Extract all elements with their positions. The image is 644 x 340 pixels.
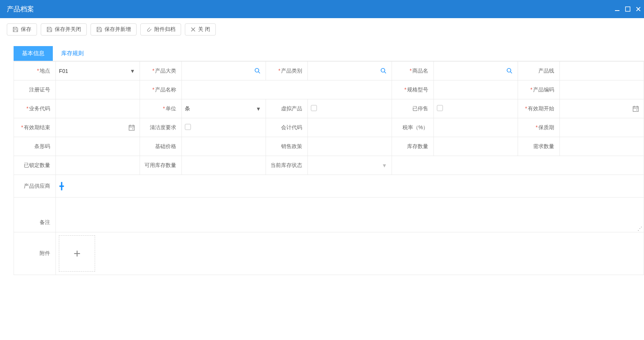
x-icon	[191, 27, 196, 32]
stock-status-select[interactable]: ▼	[311, 159, 389, 172]
valid-end-input[interactable]	[59, 122, 127, 134]
type-lookup[interactable]	[311, 65, 389, 77]
label-stopped: 已停售	[392, 99, 433, 118]
type-input[interactable]	[311, 65, 379, 77]
label-virtual: 虚拟产品	[266, 99, 307, 118]
product-line-input[interactable]	[563, 65, 641, 77]
close-icon[interactable]	[636, 6, 641, 12]
valid-start-picker[interactable]	[563, 103, 641, 115]
tab-basic[interactable]: 基本信息	[14, 46, 53, 61]
label-supplier: 产品供应商	[14, 175, 56, 198]
label-remark: 备注	[14, 198, 56, 232]
svg-point-2	[255, 68, 259, 72]
label-reg-no: 注册证号	[14, 80, 56, 99]
label-shelf: *保质期	[518, 118, 559, 137]
window-controls	[615, 6, 641, 12]
product-name-input[interactable]	[437, 65, 505, 77]
save-new-button[interactable]: 保存并新增	[91, 23, 137, 36]
svg-rect-0	[615, 10, 619, 11]
close-button[interactable]: 关 闭	[185, 23, 216, 36]
label-product-name: *商品名	[392, 62, 433, 80]
svg-rect-1	[626, 7, 630, 11]
clean-checkbox[interactable]	[185, 124, 191, 130]
remark-input[interactable]	[59, 201, 641, 231]
label-sale-policy: 销售政策	[266, 137, 307, 156]
chevron-down-icon[interactable]: ▼	[254, 106, 263, 112]
svg-point-4	[507, 68, 511, 72]
minimize-icon[interactable]	[615, 6, 620, 12]
label-unit: *单位	[140, 99, 181, 118]
save-button[interactable]: 保存	[7, 23, 37, 36]
valid-end-picker[interactable]	[59, 122, 137, 134]
toolbar: 保存 保存并关闭 保存并新增 附件归档 关 闭	[0, 18, 644, 39]
label-biz-code: *业务代码	[14, 99, 56, 118]
spec-input[interactable]	[437, 84, 515, 96]
sale-policy-input[interactable]	[311, 141, 389, 153]
search-icon[interactable]	[253, 68, 263, 74]
search-icon[interactable]	[379, 68, 389, 74]
save-icon	[12, 26, 18, 32]
search-icon[interactable]	[505, 68, 515, 74]
label-name: *产品名称	[140, 80, 181, 99]
svg-point-3	[381, 68, 385, 72]
label-valid-start: *有效期开始	[518, 99, 559, 118]
label-demand-qty: 需求数量	[518, 137, 559, 156]
label-stock-qty: 库存数量	[392, 137, 433, 156]
chevron-down-icon[interactable]: ▼	[380, 162, 389, 168]
label-base-price: 基础价格	[140, 137, 181, 156]
label-acc-code: 会计代码	[266, 118, 307, 137]
calendar-icon[interactable]	[631, 105, 641, 112]
title-bar: 产品档案	[0, 0, 644, 18]
demand-qty-input[interactable]	[563, 141, 641, 153]
paperclip-icon	[146, 26, 152, 32]
label-tax: 税率（%）	[392, 118, 433, 137]
label-clean: 清洁度要求	[140, 118, 181, 137]
tab-stock[interactable]: 库存规则	[53, 46, 92, 61]
save-close-button[interactable]: 保存并关闭	[41, 23, 87, 36]
label-attachment: 附件	[14, 232, 56, 275]
calendar-icon[interactable]	[127, 124, 137, 131]
attach-button[interactable]: 附件归档	[140, 23, 181, 36]
shelf-input[interactable]	[563, 122, 641, 134]
label-locked-qty: 已锁定数量	[14, 156, 56, 175]
barcode-input[interactable]	[59, 141, 137, 153]
virtual-checkbox[interactable]	[311, 105, 317, 111]
label-valid-end: *有效期结束	[14, 118, 56, 137]
stock-status-input[interactable]	[311, 159, 380, 172]
tabs: 基本信息 库存规则	[14, 46, 644, 61]
label-type: *产品类别	[266, 62, 307, 80]
label-spec: *规格型号	[392, 80, 433, 99]
svg-rect-5	[633, 107, 638, 111]
add-attachment-button[interactable]: +	[59, 235, 95, 272]
category-lookup[interactable]	[185, 65, 263, 77]
unit-input[interactable]	[185, 103, 254, 115]
save-icon	[46, 26, 52, 32]
base-price-input[interactable]	[185, 141, 263, 153]
site-select[interactable]: ▼	[59, 65, 137, 77]
reg-no-input[interactable]	[59, 84, 137, 96]
category-input[interactable]	[185, 65, 253, 77]
label-category: *产品大类	[140, 62, 181, 80]
chevron-down-icon[interactable]: ▼	[128, 68, 137, 74]
stopped-checkbox[interactable]	[437, 105, 443, 111]
name-input[interactable]	[185, 84, 389, 96]
locked-qty-input[interactable]	[59, 159, 137, 172]
code-input[interactable]	[563, 84, 641, 96]
label-stock-status: 当前库存状态	[266, 156, 307, 175]
label-code: *产品编码	[518, 80, 559, 99]
maximize-icon[interactable]	[625, 6, 630, 12]
biz-code-input[interactable]	[59, 103, 137, 115]
window-title: 产品档案	[7, 5, 34, 14]
form-grid: *地点 ▼ *产品大类 *产品类别	[14, 61, 644, 275]
stock-qty-input[interactable]	[437, 141, 515, 153]
avail-qty-input[interactable]	[185, 159, 263, 172]
tax-input[interactable]	[437, 122, 515, 134]
svg-point-6	[636, 109, 637, 110]
product-name-lookup[interactable]	[437, 65, 515, 77]
save-icon	[96, 26, 102, 32]
site-input[interactable]	[59, 65, 128, 77]
valid-start-input[interactable]	[563, 103, 631, 115]
unit-select[interactable]: ▼	[185, 103, 263, 115]
add-supplier-button[interactable]: ╋	[59, 182, 64, 190]
label-site: *地点	[14, 62, 56, 80]
